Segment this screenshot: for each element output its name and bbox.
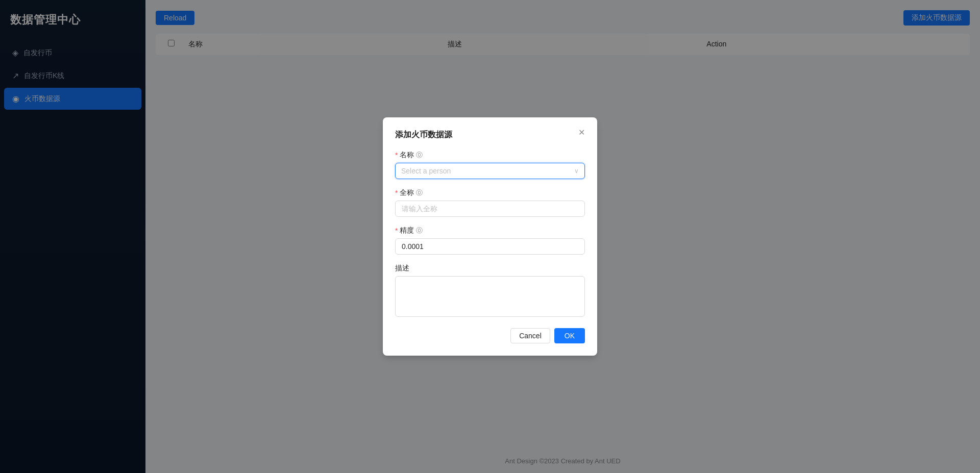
form-item-precision: * 精度 ⓪ (395, 226, 585, 255)
form-label-precision: * 精度 ⓪ (395, 226, 585, 235)
form-label-fullname: * 全称 ⓪ (395, 188, 585, 197)
help-icon-name[interactable]: ⓪ (416, 151, 423, 160)
modal-close-button[interactable]: ✕ (576, 127, 587, 139)
ok-button[interactable]: OK (554, 328, 585, 343)
form-label-name: * 名称 ⓪ (395, 151, 585, 160)
form-item-description: 描述 (395, 264, 585, 319)
form-label-description: 描述 (395, 264, 585, 273)
modal-footer: Cancel OK (395, 328, 585, 343)
fullname-input[interactable] (395, 201, 585, 217)
help-icon-fullname[interactable]: ⓪ (416, 188, 423, 197)
name-select-wrapper: ∨ Select a person (395, 163, 585, 179)
required-star-precision: * (395, 227, 398, 235)
help-icon-precision[interactable]: ⓪ (416, 226, 423, 235)
description-textarea[interactable] (395, 276, 585, 317)
add-datasource-modal: 添加火币数据源 ✕ * 名称 ⓪ ∨ Select a person * (383, 117, 597, 356)
required-star: * (395, 151, 398, 159)
name-select[interactable] (395, 163, 585, 179)
precision-input[interactable] (395, 238, 585, 255)
label-text-fullname: 全称 (400, 188, 414, 197)
form-item-fullname: * 全称 ⓪ (395, 188, 585, 217)
cancel-button[interactable]: Cancel (510, 328, 550, 343)
label-text-description: 描述 (395, 264, 409, 273)
required-star-fullname: * (395, 189, 398, 197)
label-text: 名称 (400, 151, 414, 160)
modal-overlay: 添加火币数据源 ✕ * 名称 ⓪ ∨ Select a person * (0, 0, 980, 473)
label-text-precision: 精度 (400, 226, 414, 235)
modal-title: 添加火币数据源 (395, 130, 585, 140)
form-item-name: * 名称 ⓪ ∨ Select a person (395, 151, 585, 179)
